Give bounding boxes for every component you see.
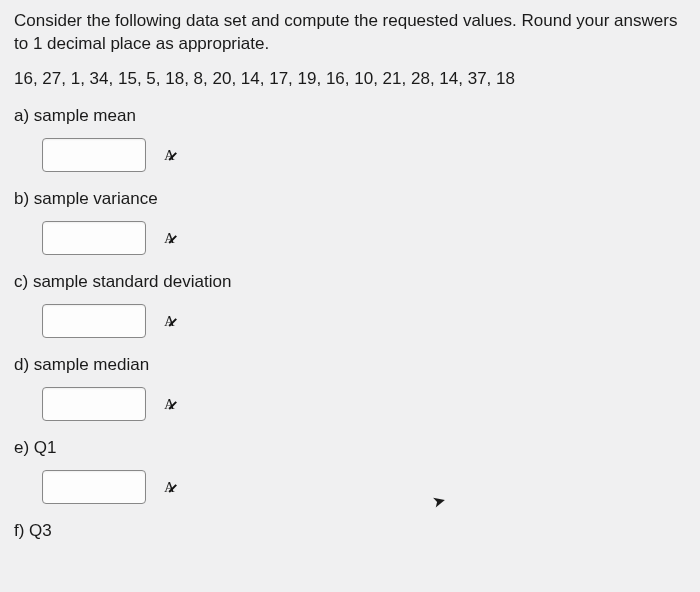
question-c: c) sample standard deviation A	[14, 271, 686, 338]
answer-input-b[interactable]	[42, 221, 146, 255]
question-a-label: a) sample mean	[14, 105, 686, 128]
question-d-label: d) sample median	[14, 354, 686, 377]
data-set: 16, 27, 1, 34, 15, 5, 18, 8, 20, 14, 17,…	[14, 68, 686, 91]
answer-input-c[interactable]	[42, 304, 146, 338]
format-toggle-icon[interactable]: A	[164, 147, 180, 163]
format-toggle-icon[interactable]: A	[164, 313, 180, 329]
question-b-label: b) sample variance	[14, 188, 686, 211]
answer-input-e[interactable]	[42, 470, 146, 504]
question-e-label: e) Q1	[14, 437, 686, 460]
question-e: e) Q1 A	[14, 437, 686, 504]
question-f-label: f) Q3	[14, 520, 686, 543]
question-c-label: c) sample standard deviation	[14, 271, 686, 294]
answer-input-d[interactable]	[42, 387, 146, 421]
question-a: a) sample mean A	[14, 105, 686, 172]
question-b: b) sample variance A	[14, 188, 686, 255]
problem-intro: Consider the following data set and comp…	[14, 10, 686, 56]
format-toggle-icon[interactable]: A	[164, 230, 180, 246]
question-d: d) sample median A	[14, 354, 686, 421]
format-toggle-icon[interactable]: A	[164, 396, 180, 412]
answer-input-a[interactable]	[42, 138, 146, 172]
format-toggle-icon[interactable]: A	[164, 479, 180, 495]
question-f: f) Q3	[14, 520, 686, 543]
